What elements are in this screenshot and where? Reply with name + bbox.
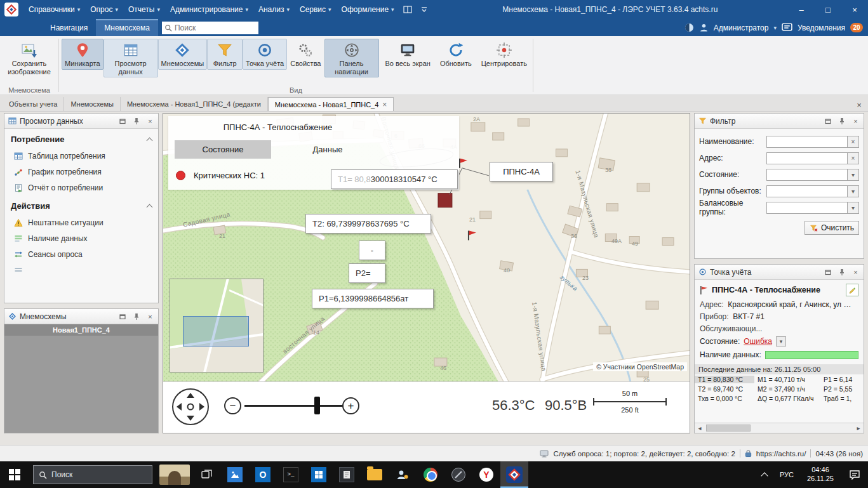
outlook-app[interactable]: O xyxy=(249,461,277,488)
doctab-objects[interactable]: Объекты учета xyxy=(3,97,64,111)
minimap-viewport[interactable] xyxy=(183,316,249,346)
float-panel-icon[interactable] xyxy=(117,115,128,126)
zoom-slider[interactable] xyxy=(244,405,350,407)
clear-field-icon[interactable]: × xyxy=(848,136,859,148)
store-app[interactable] xyxy=(305,461,333,488)
clock[interactable]: 04:46 26.11.25 xyxy=(799,461,841,488)
pan-right-button[interactable] xyxy=(199,403,204,411)
ribbon-center[interactable]: Центрировать xyxy=(478,39,530,70)
zoom-handle[interactable] xyxy=(314,397,320,414)
filter-balance-select[interactable] xyxy=(766,202,848,214)
item-data-availability[interactable]: Наличие данных xyxy=(4,230,158,246)
user-menu[interactable]: Администратор xyxy=(714,23,769,32)
value-cell[interactable]: Р2 = 5,55 xyxy=(820,385,864,393)
tab-close-icon[interactable]: × xyxy=(382,100,387,109)
start-button[interactable] xyxy=(0,461,29,488)
zoom-out-button[interactable]: − xyxy=(224,397,241,414)
pan-control[interactable] xyxy=(172,388,209,425)
float-panel-icon[interactable] xyxy=(117,311,128,322)
item-consumption-report[interactable]: Отчёт о потреблении xyxy=(4,180,158,195)
ribbon-metering-point[interactable]: Точка учёта xyxy=(243,39,287,70)
float-panel-icon[interactable] xyxy=(822,115,833,126)
ribbon-mnemoschemes[interactable]: Мнемосхемы xyxy=(158,39,208,70)
station-building[interactable] xyxy=(438,194,452,208)
value-cell[interactable]: Тхв = 0,000 °С xyxy=(695,395,754,402)
theme-icon[interactable] xyxy=(684,23,694,32)
minimap[interactable] xyxy=(170,279,264,373)
caret-down-icon[interactable]: ▾ xyxy=(848,169,859,181)
filter-name-input[interactable] xyxy=(766,136,848,148)
pan-down-button[interactable] xyxy=(187,416,194,421)
item-partial[interactable] xyxy=(4,262,158,278)
menu-reports[interactable]: Отчеты▾ xyxy=(123,0,165,19)
doctab-current[interactable]: Мнемосхема - Новая1_ППНС_4× xyxy=(268,97,394,111)
menu-polling[interactable]: Опрос▾ xyxy=(85,0,123,19)
quick-access-icon[interactable] xyxy=(416,0,432,19)
caret-down-icon[interactable]: ▾ xyxy=(848,185,859,197)
yandex-app[interactable]: Y xyxy=(472,461,500,488)
scroll-left-button[interactable]: ◂ xyxy=(695,423,705,433)
menu-administration[interactable]: Администрирование▾ xyxy=(165,0,253,19)
filter-groups-select[interactable] xyxy=(766,185,848,197)
tab-mnemoscheme[interactable]: Мнемосхема xyxy=(96,19,158,36)
edit-point-button[interactable] xyxy=(846,284,858,296)
map[interactable]: Садовая улица Восточная улица восточная … xyxy=(163,113,690,433)
terminal-app[interactable]: >_ xyxy=(277,461,305,488)
pan-center-icon[interactable] xyxy=(187,404,194,411)
close-panel-icon[interactable]: × xyxy=(145,115,156,126)
tray-chevron-icon[interactable] xyxy=(755,461,774,488)
ribbon-data-view[interactable]: Просмотр данных xyxy=(103,39,158,77)
taskbar-search[interactable]: Поиск xyxy=(33,465,152,484)
search-input[interactable] xyxy=(175,23,256,32)
lers-app[interactable] xyxy=(500,461,528,488)
notifications-button[interactable]: Уведомления xyxy=(798,23,845,32)
pan-left-button[interactable] xyxy=(177,403,182,411)
save-image-button[interactable]: Сохранить изображение xyxy=(3,39,56,77)
pin-icon[interactable] xyxy=(131,311,142,322)
task-view-button[interactable] xyxy=(193,461,221,488)
pinned-image-thumbnail[interactable] xyxy=(156,461,193,488)
section-consumption[interactable]: Потребление xyxy=(4,129,158,148)
pan-up-button[interactable] xyxy=(187,393,194,398)
mnemoscheme-item[interactable]: Новая1_ППНС_4 xyxy=(4,324,158,336)
value-cell[interactable]: М1 = 40,710 т/ч xyxy=(754,376,820,383)
menu-analysis[interactable]: Анализ▾ xyxy=(253,0,295,19)
photos-app[interactable] xyxy=(221,461,249,488)
doctab-edit[interactable]: Мнемосхема - Новая1_ППНС_4 (редакти xyxy=(121,97,268,111)
menu-appearance[interactable]: Оформление▾ xyxy=(337,0,399,19)
close-panel-icon[interactable]: × xyxy=(850,115,861,126)
ribbon-navigation-panel[interactable]: Панель навигации xyxy=(324,39,379,77)
people-app[interactable] xyxy=(389,461,417,488)
item-incidents[interactable]: Нештатные ситуации xyxy=(4,214,158,230)
filter-state-select[interactable] xyxy=(766,169,848,181)
scheme-tab-data[interactable]: Данные xyxy=(293,140,363,159)
float-panel-icon[interactable] xyxy=(822,267,833,277)
tab-navigation[interactable]: Навигация xyxy=(42,19,96,36)
close-panel-icon[interactable]: × xyxy=(850,267,861,277)
ribbon-refresh[interactable]: Обновить xyxy=(437,39,475,70)
document-app[interactable] xyxy=(333,461,361,488)
explorer-app[interactable] xyxy=(361,461,389,488)
opera-app[interactable] xyxy=(444,461,472,488)
value-cell[interactable]: Т2 = 69,740 °С xyxy=(695,385,754,393)
ribbon-properties[interactable]: Свойства xyxy=(287,39,324,70)
item-consumption-table[interactable]: Таблица потребления xyxy=(4,148,158,164)
pin-icon[interactable] xyxy=(131,115,142,126)
maximize-button[interactable]: □ xyxy=(815,0,841,19)
pin-icon[interactable] xyxy=(836,267,847,277)
caret-down-icon[interactable]: ▾ xyxy=(848,202,859,214)
close-tabs-button[interactable]: × xyxy=(853,98,865,111)
language-indicator[interactable]: РУС xyxy=(774,461,799,488)
state-dropdown-button[interactable]: ▾ xyxy=(776,336,786,346)
osm-attribution[interactable]: © Участники OpenStreetMap xyxy=(593,362,687,371)
doctab-mnemoschemes[interactable]: Мнемосхемы xyxy=(64,97,121,111)
chrome-app[interactable] xyxy=(417,461,444,488)
pin-icon[interactable] xyxy=(836,115,847,126)
action-center-button[interactable] xyxy=(841,461,868,488)
scheme-tab-state[interactable]: Состояние xyxy=(175,140,271,159)
value-cell[interactable]: Траб = 1, xyxy=(820,395,864,402)
scroll-right-button[interactable]: ▸ xyxy=(853,423,864,433)
close-panel-icon[interactable]: × xyxy=(145,311,156,322)
menu-directories[interactable]: Справочники▾ xyxy=(23,0,85,19)
filter-address-input[interactable] xyxy=(766,152,848,164)
